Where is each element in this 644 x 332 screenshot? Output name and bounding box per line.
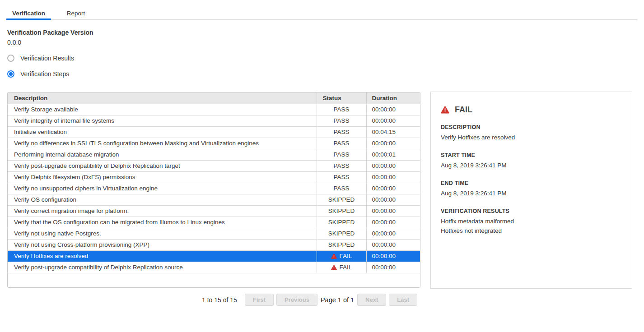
- table-row[interactable]: Verify post-upgrade compatibility of Del…: [8, 160, 420, 171]
- step-duration-cell: 00:00:00: [366, 183, 420, 194]
- step-status-cell: PASS: [317, 183, 366, 194]
- table-row[interactable]: Verify Storage available PASS 00:00:00: [8, 104, 420, 115]
- tab-verification-label: Verification: [12, 10, 45, 17]
- fail-warning-icon: [331, 254, 337, 259]
- radio-unselected-icon[interactable]: [7, 55, 14, 62]
- radio-verification-results-label[interactable]: Verification Results: [20, 55, 74, 62]
- step-duration-cell: 00:00:00: [366, 250, 420, 262]
- step-description-cell: Verify Hotfixes are resolved: [8, 250, 317, 262]
- step-status-text: PASS: [333, 185, 349, 192]
- table-row[interactable]: Verify correct migration image for platf…: [8, 205, 420, 217]
- step-description-cell: Verify correct migration image for platf…: [8, 205, 317, 217]
- package-version-value: 0.0.0: [7, 39, 21, 46]
- detail-status-heading: FAIL: [441, 105, 622, 115]
- step-status-text: PASS: [333, 162, 349, 169]
- step-duration-cell: 00:00:00: [366, 138, 420, 149]
- next-page-button[interactable]: Next: [357, 294, 386, 306]
- step-status-text: SKIPPED: [328, 241, 355, 248]
- step-description-cell: Verify no differences in SSL/TLS configu…: [8, 138, 317, 149]
- step-description-cell: Verify that the OS configuration can be …: [8, 217, 317, 228]
- first-page-button[interactable]: First: [245, 294, 274, 306]
- step-duration-cell: 00:00:00: [366, 194, 420, 205]
- step-description-cell: Verify not using native Postgres.: [8, 228, 317, 239]
- table-row[interactable]: Verify that the OS configuration can be …: [8, 217, 420, 228]
- step-status-cell: PASS: [317, 171, 366, 183]
- step-status-cell: SKIPPED: [317, 194, 366, 205]
- table-row[interactable]: Verify not using Cross-platform provisio…: [8, 239, 420, 250]
- verification-steps-table: Description Status Duration Verify Stora…: [7, 92, 420, 288]
- step-status-cell: PASS: [317, 104, 366, 115]
- table-row[interactable]: Verify not using native Postgres. SKIPPE…: [8, 228, 420, 239]
- radio-verification-steps-label[interactable]: Verification Steps: [20, 70, 69, 78]
- step-status-cell: PASS: [317, 126, 366, 138]
- step-duration-cell: 00:00:00: [366, 262, 420, 273]
- step-status-cell: SKIPPED: [317, 239, 366, 250]
- table-row[interactable]: Performing internal database migration P…: [8, 149, 420, 160]
- column-header-description: Description: [8, 92, 317, 104]
- step-description-cell: Verify Storage available: [8, 104, 317, 115]
- step-duration-cell: 00:00:00: [366, 239, 420, 250]
- step-duration-cell: 00:00:00: [366, 104, 420, 115]
- pagination-range-text: 1 to 15 of 15: [202, 296, 237, 304]
- step-status-text: PASS: [333, 129, 349, 135]
- step-status-cell: PASS: [317, 115, 366, 126]
- step-description-cell: Performing internal database migration: [8, 149, 317, 160]
- table-row[interactable]: Verify post-upgrade compatibility of Del…: [8, 262, 420, 273]
- detail-start-time-label: START TIME: [441, 152, 622, 158]
- step-duration-cell: 00:00:00: [366, 115, 420, 126]
- step-status-cell: PASS: [317, 138, 366, 149]
- tab-verification[interactable]: Verification: [6, 9, 51, 19]
- step-status-text: FAIL: [340, 253, 352, 259]
- step-status-text: FAIL: [340, 264, 352, 271]
- step-detail-panel: FAIL DESCRIPTION Verify Hotfixes are res…: [430, 92, 632, 289]
- table-row[interactable]: Initialize verification PASS 00:04:15: [8, 126, 420, 138]
- step-duration-cell: 00:00:00: [366, 228, 420, 239]
- radio-verification-steps[interactable]: Verification Steps: [7, 70, 69, 78]
- step-description-cell: Verify not using Cross-platform provisio…: [8, 239, 317, 250]
- step-duration-cell: 00:00:00: [366, 217, 420, 228]
- step-status-text: PASS: [333, 117, 349, 124]
- tab-report-label: Report: [67, 10, 85, 17]
- last-page-button[interactable]: Last: [389, 294, 417, 306]
- step-status-text: PASS: [333, 106, 349, 113]
- table-row[interactable]: Verify no unsupported ciphers in Virtual…: [8, 183, 420, 194]
- step-description-cell: Verify no unsupported ciphers in Virtual…: [8, 183, 317, 194]
- detail-end-time-label: END TIME: [441, 180, 622, 186]
- detail-end-time-value: Aug 8, 2019 3:26:41 PM: [441, 189, 622, 198]
- step-duration-cell: 00:00:00: [366, 171, 420, 183]
- verification-page: Verification Report Verification Package…: [0, 0, 644, 332]
- detail-description-label: DESCRIPTION: [441, 124, 622, 130]
- table-row[interactable]: Verify Hotfixes are resolved FAIL 00:00:…: [8, 250, 420, 262]
- step-status-text: PASS: [333, 174, 349, 180]
- step-duration-cell: 00:00:00: [366, 205, 420, 217]
- detail-section-end-time: END TIME Aug 8, 2019 3:26:41 PM: [441, 180, 622, 198]
- detail-section-verification-results: VERIFICATION RESULTS Hotfix metadata mal…: [441, 208, 622, 235]
- step-status-text: PASS: [333, 140, 349, 147]
- column-header-duration: Duration: [366, 92, 420, 104]
- package-version-label: Verification Package Version: [7, 29, 93, 36]
- fail-warning-icon: [441, 106, 449, 114]
- step-status-cell: FAIL: [317, 262, 366, 273]
- table-row[interactable]: Verify Delphix filesystem (DxFS) permiss…: [8, 171, 420, 183]
- detail-verification-result-item: Hotfix metadata malformed: [441, 217, 622, 226]
- tab-report[interactable]: Report: [51, 9, 101, 19]
- table-row[interactable]: Verify integrity of internal file system…: [8, 115, 420, 126]
- step-status-cell: FAIL: [317, 250, 366, 262]
- detail-verification-result-item: Hotfixes not integrated: [441, 226, 622, 235]
- step-status-cell: PASS: [317, 160, 366, 171]
- table-row[interactable]: Verify OS configuration SKIPPED 00:00:00: [8, 194, 420, 205]
- detail-description-value: Verify Hotfixes are resolved: [441, 133, 622, 142]
- column-header-status: Status: [317, 92, 366, 104]
- step-status-cell: SKIPPED: [317, 228, 366, 239]
- step-status-text: SKIPPED: [328, 196, 355, 203]
- step-description-cell: Verify post-upgrade compatibility of Del…: [8, 160, 317, 171]
- step-status-text: PASS: [333, 151, 349, 158]
- step-duration-cell: 00:00:00: [366, 160, 420, 171]
- table-row[interactable]: Verify no differences in SSL/TLS configu…: [8, 138, 420, 149]
- radio-selected-icon[interactable]: [7, 70, 14, 78]
- step-description-cell: Verify OS configuration: [8, 194, 317, 205]
- radio-verification-results[interactable]: Verification Results: [7, 55, 74, 62]
- step-duration-cell: 00:00:01: [366, 149, 420, 160]
- pagination: 1 to 15 of 15 First Previous Page 1 of 1…: [202, 293, 420, 306]
- previous-page-button[interactable]: Previous: [276, 294, 317, 306]
